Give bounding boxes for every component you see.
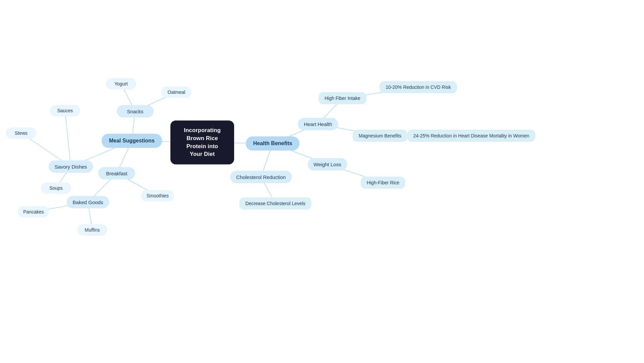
node-heart_health[interactable]: Heart Health bbox=[298, 118, 338, 130]
node-smoothies[interactable]: Smoothies bbox=[141, 190, 174, 201]
node-savory_dishes[interactable]: Savory Dishes bbox=[49, 161, 93, 173]
node-meal_suggestions[interactable]: Meal Suggestions bbox=[102, 134, 162, 148]
node-pancakes[interactable]: Pancakes bbox=[18, 206, 49, 218]
mindmap-container: Incorporating Brown Rice Protein into Yo… bbox=[0, 0, 644, 363]
node-soups[interactable]: Soups bbox=[41, 182, 71, 194]
node-health_benefits[interactable]: Health Benefits bbox=[246, 136, 300, 150]
node-high_fiber_rice[interactable]: High-Fiber Rice bbox=[361, 177, 405, 189]
node-weight_loss[interactable]: Weight Loss bbox=[308, 158, 347, 171]
node-cvd_risk[interactable]: 10-20% Reduction in CVD Risk bbox=[380, 81, 457, 93]
center-node[interactable]: Incorporating Brown Rice Protein into Yo… bbox=[170, 120, 234, 164]
node-decrease_cholesterol[interactable]: Decrease Cholesterol Levels bbox=[239, 197, 312, 209]
node-breakfast[interactable]: Breakfast bbox=[98, 167, 135, 180]
node-muffins[interactable]: Muffins bbox=[77, 224, 107, 236]
node-baked_goods[interactable]: Baked Goods bbox=[67, 196, 109, 208]
node-yogurt[interactable]: Yogurt bbox=[106, 78, 136, 89]
node-cholesterol_reduction[interactable]: Cholesterol Reduction bbox=[230, 171, 292, 183]
node-oatmeal[interactable]: Oatmeal bbox=[161, 86, 192, 98]
node-sauces[interactable]: Sauces bbox=[50, 105, 80, 116]
svg-line-5 bbox=[65, 111, 71, 167]
connections-svg bbox=[0, 0, 644, 363]
node-magnesium_benefits[interactable]: Magnesium Benefits bbox=[353, 130, 408, 142]
node-stews[interactable]: Stews bbox=[6, 127, 36, 139]
node-high_fiber_intake[interactable]: High Fiber Intake bbox=[319, 92, 367, 104]
node-heart_mortality[interactable]: 24-25% Reduction in Heart Disease Mortal… bbox=[407, 130, 535, 142]
node-snacks[interactable]: Snacks bbox=[117, 105, 154, 118]
